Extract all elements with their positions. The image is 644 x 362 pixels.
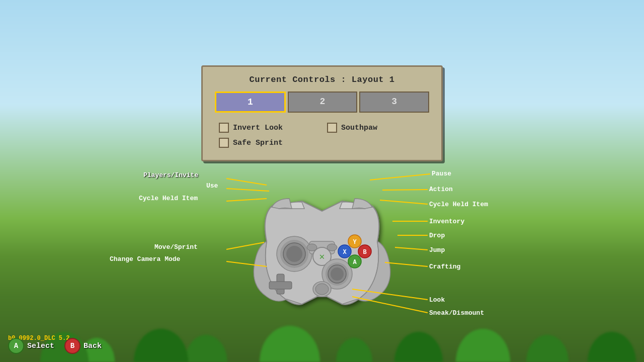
invert-look-label: Invert Look	[233, 124, 283, 132]
tab-layout-1[interactable]: 1	[215, 92, 286, 113]
svg-text:X: X	[343, 249, 347, 256]
controller-image: ✕ Y A X B	[226, 176, 418, 327]
svg-text:B: B	[363, 249, 366, 256]
svg-rect-22	[269, 282, 292, 289]
safe-sprint-checkbox[interactable]	[219, 138, 229, 148]
back-button-indicator: B Back	[64, 338, 102, 354]
select-button-indicator: A Select	[8, 338, 54, 354]
southpaw-item: Southpaw	[327, 123, 425, 133]
svg-point-7	[307, 244, 317, 251]
a-button-icon: A	[8, 338, 24, 354]
svg-text:A: A	[353, 259, 357, 266]
southpaw-label: Southpaw	[341, 124, 377, 132]
bottom-bar: A Select B Back	[8, 338, 102, 354]
svg-point-24	[315, 284, 329, 295]
layout-tabs: 1 2 3	[215, 92, 429, 113]
invert-look-checkbox[interactable]	[219, 123, 229, 133]
safe-sprint-label: Safe Sprint	[233, 139, 283, 147]
b-button-icon: B	[64, 338, 80, 354]
safe-sprint-item: Safe Sprint	[219, 138, 317, 148]
svg-text:Y: Y	[353, 239, 357, 246]
tab-layout-2[interactable]: 2	[288, 92, 358, 113]
invert-look-item: Invert Look	[219, 123, 317, 133]
svg-point-12	[331, 267, 344, 281]
controls-modal: Current Controls : Layout 1 1 2 3 Invert…	[201, 65, 443, 161]
svg-text:✕: ✕	[319, 252, 325, 262]
southpaw-checkbox[interactable]	[327, 123, 337, 133]
select-label: Select	[27, 342, 54, 350]
checkbox-grid: Invert Look Southpaw Safe Sprint	[215, 121, 429, 150]
svg-point-8	[327, 244, 337, 251]
svg-point-3	[286, 246, 302, 262]
tab-layout-3[interactable]: 3	[359, 92, 429, 113]
back-label: Back	[84, 342, 102, 350]
modal-title: Current Controls : Layout 1	[215, 75, 429, 84]
